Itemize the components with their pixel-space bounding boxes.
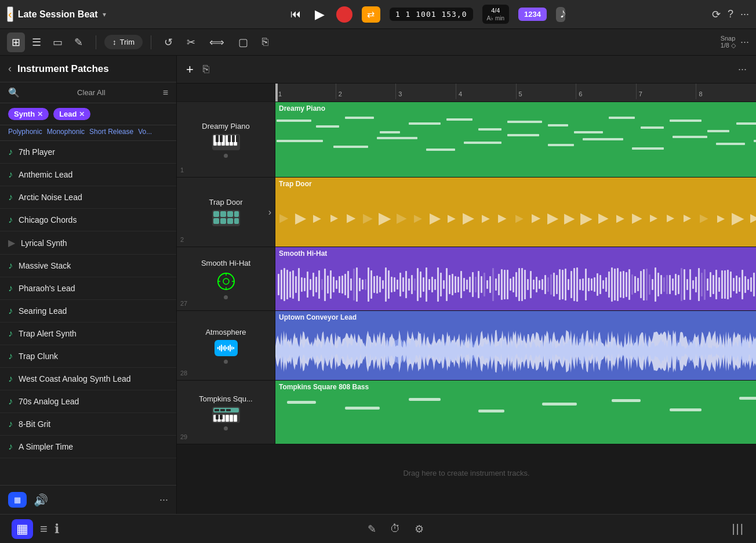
track-content-tompkins[interactable]: Tompkins Square 808 Bass <box>275 381 756 444</box>
pencil-tool-button[interactable]: ✎ <box>70 32 88 52</box>
track-content-atmosphere[interactable]: Uptown Conveyor Lead <box>275 311 756 380</box>
smooth-hihat-icon-box[interactable] <box>216 271 237 292</box>
tag-synth-label: Synth <box>14 110 35 118</box>
track-mute-dot[interactable] <box>224 295 228 299</box>
patch-name: A Simpler Time <box>19 442 73 451</box>
track-mute-dot[interactable] <box>224 360 228 364</box>
patch-note-icon: ♪ <box>8 306 13 316</box>
toolbar-sep-2 <box>151 35 151 49</box>
record-button[interactable] <box>336 6 352 23</box>
ruler-mark-7: 7 <box>636 84 696 99</box>
bottom-bar: ▦ ≡ ℹ ✎ ⏱ ⚙ ||| <box>0 514 756 543</box>
track-mute-dot[interactable] <box>224 426 228 430</box>
bpm-button[interactable]: 1234 <box>518 8 547 21</box>
grid-view-button[interactable]: ⊞ <box>7 32 25 52</box>
patch-item-chicago[interactable]: ♪ Chicago Chords <box>0 209 176 231</box>
patch-item-70s[interactable]: ♪ 70s Analog Lead <box>0 390 176 413</box>
patch-item-arctic[interactable]: ♪ Arctic Noise Lead <box>0 186 176 209</box>
patch-item-searing[interactable]: ♪ Searing Lead <box>0 300 176 323</box>
track-more-button[interactable]: ··· <box>738 63 747 75</box>
tag-lead-close[interactable]: ✕ <box>79 110 85 118</box>
sidebar-more-button[interactable]: ··· <box>159 494 168 506</box>
patch-item-trap-alert[interactable]: ♪ Trap Alert Synth <box>0 323 176 345</box>
patch-name: Lyrical Synth <box>21 238 67 248</box>
patch-item-pharaoh[interactable]: ♪ Pharaoh's Lead <box>0 277 176 300</box>
filter-monophonic[interactable]: Monophonic <box>47 128 85 136</box>
rect-view-button[interactable]: ▭ <box>48 32 67 52</box>
bars-bottom-button[interactable]: ||| <box>732 522 744 535</box>
add-track-button[interactable]: + <box>186 62 194 77</box>
metronome-button[interactable]: 𝅘𝅥𝅮 <box>556 7 565 22</box>
share-button[interactable]: ⟳ <box>712 8 721 21</box>
tompkins-icon-box[interactable] <box>212 407 240 423</box>
svg-rect-29 <box>221 345 222 352</box>
patch-item-8bit[interactable]: ♪ 8-Bit Grit <box>0 413 176 436</box>
filter-vo[interactable]: Vo... <box>138 128 152 136</box>
wave-icon-svg <box>217 343 235 353</box>
sidebar-back-button[interactable]: ‹ <box>8 63 12 75</box>
svg-rect-20 <box>234 218 239 224</box>
play-button[interactable]: ▶ <box>312 5 327 24</box>
project-dropdown-arrow: ▾ <box>103 10 106 19</box>
patch-item-lyrical[interactable]: ▶ Lyrical Synth <box>0 231 176 255</box>
info-bottom-button[interactable]: ℹ <box>54 522 59 537</box>
arrow-pattern-trap-door: ▶▶▶▶▶▶▶▶▶▶▶▶▶▶▶▶▶▶▶▶▶▶▶▶▶▶▶▶▶▶▶▶▶▶▶▶▶▶▶▶… <box>275 189 756 247</box>
main-layout: ‹ Instrument Patches 🔍 Clear All ≡ Synth… <box>0 56 756 514</box>
pencil-bottom-button[interactable]: ✎ <box>368 523 376 535</box>
mixer-bottom-button[interactable]: ⚙ <box>415 523 424 535</box>
stretch-button[interactable]: ⟺ <box>205 32 229 52</box>
patch-name: Chicago Chords <box>19 215 77 225</box>
track-content-trap-door[interactable]: Trap Door ▶▶▶▶▶▶▶▶▶▶▶▶▶▶▶▶▶▶▶▶▶▶▶▶▶▶▶▶▶▶… <box>275 178 756 247</box>
tag-synth[interactable]: Synth ✕ <box>8 108 49 120</box>
tag-synth-close[interactable]: ✕ <box>37 110 43 118</box>
clock-bottom-button[interactable]: ⏱ <box>390 523 401 535</box>
track-name-atmosphere: Atmosphere <box>205 328 246 336</box>
audio-waveform <box>275 323 756 380</box>
patch-note-icon: ♪ <box>8 374 13 384</box>
filter-polyphonic[interactable]: Polyphonic <box>8 128 42 136</box>
copy-button[interactable]: ⎘ <box>257 32 273 52</box>
filter-icon[interactable]: ≡ <box>163 88 168 98</box>
back-button[interactable]: ‹ <box>7 6 13 22</box>
help-button[interactable]: ? <box>728 8 733 20</box>
rewind-button[interactable]: ⏮ <box>288 6 303 23</box>
view-toggle-group: ⊞ ☰ ▭ ✎ <box>7 32 88 52</box>
atmosphere-icon-box[interactable] <box>215 340 238 356</box>
region-button[interactable]: ▢ <box>234 32 253 52</box>
volume-button[interactable]: 🔊 <box>34 493 48 507</box>
patch-item-massive[interactable]: ♪ Massive Stack <box>0 255 176 277</box>
ruler-marks: 1 2 3 4 5 6 7 8 <box>275 84 756 102</box>
patch-name: Arctic Noise Lead <box>19 193 82 202</box>
patch-item-trap-clunk[interactable]: ♪ Trap Clunk <box>0 345 176 368</box>
patch-item-7th-player[interactable]: ♪ 7th Player <box>0 141 176 164</box>
trim-button[interactable]: ↕ Trim <box>104 35 143 49</box>
loop-button[interactable]: ⇄ <box>362 6 380 23</box>
track-label-tompkins: Tompkins Square 808 Bass <box>279 383 369 391</box>
tag-lead[interactable]: Lead ✕ <box>53 108 90 120</box>
track-content-smooth-hihat[interactable]: Smooth Hi-Hat <box>275 247 756 310</box>
trap-door-icon-box[interactable] <box>212 210 240 226</box>
patch-item-west-coast[interactable]: ♪ West Coast Analog Synth Lead <box>0 368 176 390</box>
svg-rect-27 <box>217 347 219 349</box>
list-view-button[interactable]: ☰ <box>27 32 46 52</box>
filter-short-release[interactable]: Short Release <box>89 128 133 136</box>
undo-button[interactable]: ↺ <box>159 32 177 52</box>
clear-all-button[interactable]: Clear All <box>24 88 158 97</box>
track-mute-dot[interactable] <box>224 154 228 158</box>
more-options-button[interactable]: ··· <box>740 8 749 20</box>
dreamy-piano-icon-box[interactable] <box>212 134 240 150</box>
patches-bottom-button[interactable]: ▦ <box>12 519 33 539</box>
patches-active-tab[interactable]: ▦ <box>8 492 27 508</box>
patch-item-anthemic[interactable]: ♪ Anthemic Lead <box>0 164 176 186</box>
svg-rect-49 <box>220 415 223 419</box>
scissors-button[interactable]: ✂ <box>182 32 200 52</box>
track-content-dreamy-piano[interactable]: Dreamy Piano <box>275 102 756 177</box>
patch-name: Trap Alert Synth <box>19 329 77 338</box>
toolbar-more-button[interactable]: ··· <box>740 36 749 48</box>
svg-rect-28 <box>219 346 220 350</box>
toolbar-sep-1 <box>96 35 96 49</box>
track-expand-button[interactable]: › <box>268 207 271 218</box>
patch-item-simpler[interactable]: ♪ A Simpler Time <box>0 436 176 458</box>
tracks-bottom-button[interactable]: ≡ <box>40 522 48 537</box>
copy-track-button[interactable]: ⎘ <box>203 63 209 75</box>
